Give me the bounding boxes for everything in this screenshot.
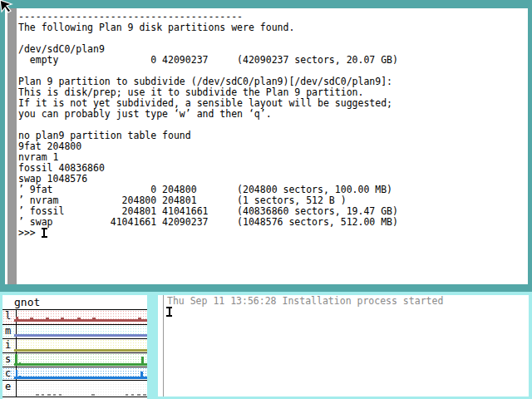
- rio-desktop: ---------------------------------------T…: [0, 0, 532, 399]
- stats-row-graph: [14, 381, 147, 397]
- log-line: Thu Sep 11 13:56:28 Installation process…: [167, 296, 443, 307]
- graph-mark: [15, 354, 17, 366]
- graph-mark: [61, 318, 64, 319]
- graph-mark: [36, 394, 39, 396]
- stats-graphs: lmisce: [2, 309, 147, 397]
- graph-mark: [141, 357, 144, 366]
- log-scrollbar[interactable]: [163, 295, 164, 397]
- stats-hostname: gnot: [2, 295, 147, 309]
- graph-mark: [47, 394, 51, 396]
- stats-row-s: s: [2, 353, 147, 367]
- terminal-line: The following Plan 9 disk partitions wer…: [18, 22, 398, 33]
- mouse-arrow-cursor-icon: [0, 0, 15, 15]
- stats-row-graph: [14, 339, 147, 352]
- graph-mark: [126, 394, 128, 396]
- graph-mark: [42, 394, 44, 396]
- log-content: Thu Sep 11 13:56:28 Installation process…: [158, 295, 529, 397]
- graph-mark: [92, 318, 96, 319]
- graph-mark: [16, 370, 17, 379]
- terminal-output: ---------------------------------------T…: [18, 12, 398, 239]
- graph-value-line: [14, 334, 147, 337]
- stats-row-e: e: [2, 381, 147, 397]
- graph-mark: [77, 318, 81, 319]
- graph-mark: [30, 318, 33, 319]
- graph-mark: [140, 372, 143, 379]
- main-text-cursor-icon: [42, 228, 47, 238]
- graph-mark: [19, 362, 21, 366]
- scrollbar-thumb[interactable]: [7, 8, 17, 284]
- graph-mark: [16, 317, 18, 319]
- log-text-cursor-icon: [166, 307, 172, 317]
- graph-mark: [19, 376, 21, 379]
- stats-row-graph: [14, 367, 147, 380]
- terminal-line: 9fat 204800: [18, 141, 398, 152]
- graph-mark: [59, 394, 62, 396]
- graph-mark: [143, 394, 146, 396]
- stats-row-c: c: [2, 367, 147, 381]
- graph-mark: [91, 394, 95, 396]
- stats-row-m: m: [2, 325, 147, 339]
- graph-mark: [46, 318, 49, 319]
- stats-row-graph: [14, 310, 147, 324]
- graph-mark: [131, 394, 134, 396]
- graph-mark: [138, 318, 141, 319]
- graph-value-line: [14, 319, 147, 322]
- graph-mark: [137, 394, 140, 396]
- graph-value-line: [14, 349, 147, 352]
- stats-row-i: i: [2, 339, 147, 353]
- stats-content: gnot lmisce: [2, 295, 147, 399]
- stats-row-l: l: [2, 310, 147, 325]
- stats-window[interactable]: gnot lmisce: [0, 292, 155, 399]
- graph-value-line: [14, 377, 147, 379]
- main-terminal-scrollbar[interactable]: [5, 8, 17, 284]
- terminal-line: you can probably just type ‘w’ and then …: [18, 109, 398, 120]
- installer-terminal-window[interactable]: ---------------------------------------T…: [5, 8, 528, 284]
- terminal-line: empty 0 42090237 (42090237 sectors, 20.0…: [18, 55, 398, 66]
- graph-value-line: [14, 363, 147, 366]
- graph-mark: [53, 394, 56, 396]
- stats-row-graph: [14, 325, 147, 338]
- stats-row-graph: [14, 353, 147, 367]
- terminal-line: ’ swap 41041661 42090237 (1048576 sector…: [18, 217, 398, 228]
- terminal-line: >>>: [18, 228, 398, 239]
- log-terminal-window[interactable]: Thu Sep 11 13:56:28 Installation process…: [155, 292, 532, 399]
